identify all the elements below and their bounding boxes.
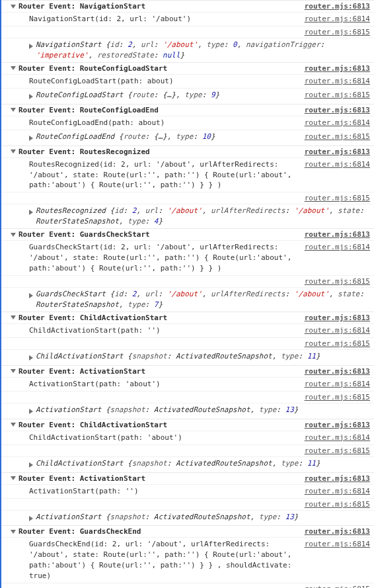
console-object[interactable]: RouteConfigLoadEnd {route: {…}, type: 10… (1, 130, 374, 146)
console-object[interactable]: RouteConfigLoadStart {route: {…}, type: … (1, 88, 374, 104)
object-preview: RouteConfigLoadEnd {route: {…}, type: 10… (36, 132, 299, 144)
chevron-down-icon (11, 66, 16, 70)
chevron-down-icon (11, 530, 16, 534)
source-link[interactable]: router.mjs:6815 (299, 194, 370, 202)
chevron-down-icon (11, 233, 16, 237)
chevron-down-icon (11, 476, 16, 480)
console-message[interactable]: ActivationStart(path: 'about')router.mjs… (1, 377, 374, 391)
source-link[interactable]: router.mjs:6814 (299, 486, 370, 497)
group-title: Router Event: ActivationStart (19, 474, 299, 483)
source-link[interactable]: router.mjs:6814 (299, 14, 370, 24)
console-source-line: router.mjs:6815 (1, 337, 374, 349)
object-preview: NavigationStart {id: 2, url: '/about', t… (36, 40, 370, 61)
source-link[interactable]: router.mjs:6813 (299, 2, 370, 11)
console-source-line: router.mjs:6815 (1, 583, 374, 588)
console-source-line: router.mjs:6815 (1, 275, 374, 287)
message-text: RouteConfigLoadEnd(path: about) (29, 118, 299, 128)
source-link[interactable]: router.mjs:6814 (299, 379, 370, 390)
source-link[interactable]: router.mjs:6813 (299, 314, 370, 322)
source-link[interactable]: router.mjs:6815 (299, 500, 370, 509)
console-group-header[interactable]: Router Event: ChildActivationStartrouter… (1, 312, 374, 323)
source-link[interactable]: router.mjs:6814 (299, 539, 370, 550)
source-link[interactable]: router.mjs:6815 (299, 339, 370, 348)
console-source-line: router.mjs:6815 (1, 444, 374, 456)
console-message[interactable]: RouteConfigLoadStart(path: about)router.… (1, 74, 374, 88)
chevron-right-icon (29, 355, 33, 360)
console-message[interactable]: ActivationStart(path: '')router.mjs:6814 (1, 484, 374, 498)
object-preview: ChildActivationStart {snapshot: Activate… (36, 458, 370, 471)
console-message[interactable]: GuardsCheckStart(id: 2, url: '/about', u… (1, 240, 374, 275)
chevron-down-icon (11, 5, 16, 9)
source-link[interactable]: router.mjs:6814 (299, 242, 370, 253)
source-link[interactable]: router.mjs:6813 (299, 474, 370, 483)
source-link[interactable]: router.mjs:6815 (299, 90, 370, 103)
source-link[interactable]: router.mjs:6813 (299, 367, 370, 376)
console-source-line: router.mjs:6815 (1, 498, 374, 510)
message-text: NavigationStart(id: 2, url: '/about') (29, 14, 299, 24)
console-group-header[interactable]: Router Event: RoutesRecognizedrouter.mjs… (1, 146, 374, 157)
source-link[interactable]: router.mjs:6814 (299, 159, 370, 170)
group-title: Router Event: RoutesRecognized (19, 147, 299, 156)
chevron-right-icon (29, 409, 33, 414)
chevron-right-icon (29, 44, 33, 49)
chevron-right-icon (29, 210, 33, 215)
console-group-header[interactable]: Router Event: NavigationStartrouter.mjs:… (1, 0, 374, 12)
console-group-header[interactable]: Router Event: ActivationStartrouter.mjs:… (1, 472, 374, 484)
chevron-down-icon (11, 369, 16, 373)
console-group-header[interactable]: Router Event: GuardsCheckEndrouter.mjs:6… (1, 525, 374, 537)
chevron-right-icon (29, 136, 33, 141)
source-link[interactable]: router.mjs:6815 (299, 393, 370, 401)
source-link[interactable]: router.mjs:6815 (299, 585, 370, 588)
console-source-line: router.mjs:6815 (1, 192, 374, 204)
source-link[interactable]: router.mjs:6815 (299, 277, 370, 286)
source-link[interactable]: router.mjs:6814 (299, 118, 370, 128)
object-preview: ActivationStart {snapshot: ActivatedRout… (36, 405, 370, 417)
console-object[interactable]: NavigationStart {id: 2, url: '/about', t… (1, 38, 374, 62)
source-link[interactable]: router.mjs:6815 (299, 132, 370, 144)
object-preview: ActivationStart {snapshot: ActivatedRout… (36, 512, 370, 525)
group-title: Router Event: ActivationStart (19, 367, 299, 376)
console-message[interactable]: RouteConfigLoadEnd(path: about)router.mj… (1, 116, 374, 130)
console-group-header[interactable]: Router Event: ChildActivationStartrouter… (1, 419, 374, 431)
source-link[interactable]: router.mjs:6814 (299, 325, 370, 336)
chevron-right-icon (29, 462, 33, 468)
source-link[interactable]: router.mjs:6813 (299, 64, 370, 73)
source-link[interactable]: router.mjs:6813 (299, 421, 370, 429)
source-link[interactable]: router.mjs:6814 (299, 76, 370, 87)
console-object[interactable]: ChildActivationStart {snapshot: Activate… (1, 349, 374, 365)
source-link[interactable]: router.mjs:6815 (299, 28, 370, 36)
message-text: GuardsCheckEnd(id: 2, url: '/about', url… (29, 539, 299, 581)
console-object[interactable]: ActivationStart {snapshot: ActivatedRout… (1, 403, 374, 419)
source-link[interactable]: router.mjs:6813 (299, 527, 370, 536)
console-message[interactable]: ChildActivationStart(path: '')router.mjs… (1, 323, 374, 337)
source-link[interactable]: router.mjs:6814 (299, 433, 370, 443)
chevron-down-icon (11, 108, 16, 112)
chevron-down-icon (11, 149, 16, 153)
message-text: RouteConfigLoadStart(path: about) (29, 76, 299, 87)
console-object[interactable]: ChildActivationStart {snapshot: Activate… (1, 456, 374, 472)
console-group-header[interactable]: Router Event: RouteConfigLoadStartrouter… (1, 62, 374, 74)
console-message[interactable]: ChildActivationStart(path: 'about')route… (1, 431, 374, 444)
console-object[interactable]: ActivationStart {snapshot: ActivatedRout… (1, 510, 374, 526)
console-object[interactable]: RoutesRecognized {id: 2, url: '/about', … (1, 204, 374, 228)
source-link[interactable]: router.mjs:6815 (299, 446, 370, 455)
source-link[interactable]: router.mjs:6813 (299, 230, 370, 239)
console-source-line: router.mjs:6815 (1, 391, 374, 403)
object-preview: GuardsCheckStart {id: 2, url: '/about', … (36, 289, 370, 310)
message-text: ActivationStart(path: 'about') (29, 379, 299, 390)
source-link[interactable]: router.mjs:6813 (299, 147, 370, 156)
group-title: Router Event: RouteConfigLoadEnd (19, 106, 299, 114)
chevron-right-icon (29, 293, 33, 298)
object-preview: RoutesRecognized {id: 2, url: '/about', … (36, 206, 370, 227)
console-source-line: router.mjs:6815 (1, 26, 374, 38)
console-message[interactable]: RoutesRecognized(id: 2, url: '/about', u… (1, 157, 374, 192)
console-group-header[interactable]: Router Event: ActivationStartrouter.mjs:… (1, 365, 374, 377)
console-group-header[interactable]: Router Event: RouteConfigLoadEndrouter.m… (1, 104, 374, 116)
console-message[interactable]: NavigationStart(id: 2, url: '/about')rou… (1, 12, 374, 26)
console-group-header[interactable]: Router Event: GuardsCheckStartrouter.mjs… (1, 228, 374, 240)
message-text: ActivationStart(path: '') (29, 486, 299, 497)
console-message[interactable]: GuardsCheckEnd(id: 2, url: '/about', url… (1, 537, 374, 583)
group-title: Router Event: ChildActivationStart (19, 314, 299, 322)
console-object[interactable]: GuardsCheckStart {id: 2, url: '/about', … (1, 287, 374, 312)
source-link[interactable]: router.mjs:6813 (299, 106, 370, 114)
